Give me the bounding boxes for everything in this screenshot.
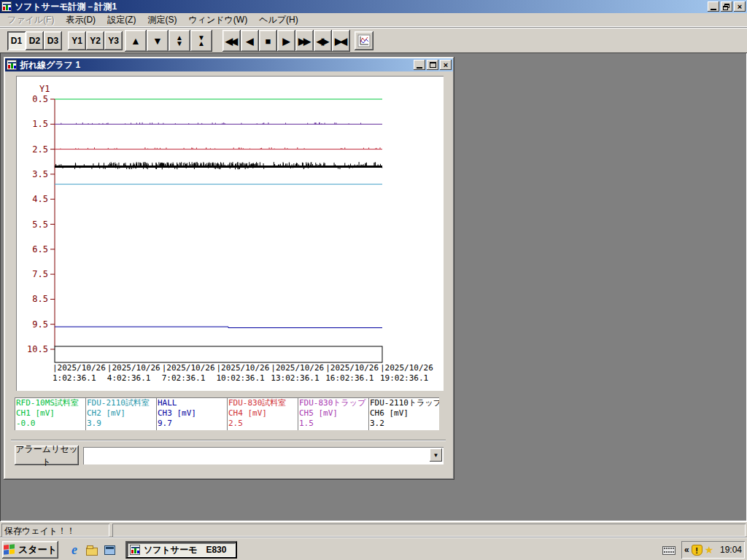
start-button[interactable]: スタート bbox=[2, 541, 58, 559]
mdi-workspace: 折れ線グラフ 1 × Y10.51.52.53.54.55.56.57.58.5… bbox=[0, 52, 747, 521]
toolbar-button-y2[interactable]: Y2 bbox=[86, 31, 104, 50]
toolbar-button-d2[interactable]: D2 bbox=[26, 31, 44, 50]
legend-device: FDU-830トラップ bbox=[299, 398, 367, 408]
toolbar-expand-vertical-icon[interactable]: ▲ ▼ bbox=[169, 30, 190, 52]
stop-icon: ■ bbox=[266, 36, 271, 47]
y-tick-label: 3.5 bbox=[32, 169, 48, 179]
menu-item[interactable]: 設定(Z) bbox=[101, 12, 142, 28]
internet-explorer-icon[interactable]: e bbox=[67, 542, 82, 557]
legend-value: 2.5 bbox=[228, 419, 296, 429]
x-tick-time: 16:02:36.1 bbox=[325, 373, 374, 383]
alarm-reset-button[interactable]: アラームリセット bbox=[15, 446, 79, 465]
menu-item[interactable]: 測定(S) bbox=[142, 12, 182, 28]
toolbar-graph-settings-button[interactable] bbox=[355, 31, 374, 50]
toolbar-stop-icon[interactable]: ■ bbox=[259, 30, 277, 52]
toolbar-go-to-end-icon[interactable]: ▶◀ bbox=[332, 30, 350, 52]
legend-channel: CH1 [mV] bbox=[16, 408, 84, 419]
legend-cell-ch4: FDU-830試料室CH4 [mV]2.5 bbox=[227, 397, 298, 430]
x-tick-date: |2025/10/26 bbox=[271, 363, 324, 373]
status-pane-secondary bbox=[112, 524, 746, 537]
taskbar: スタート e ソフトサーモ E830 « ! ★ 19:04 bbox=[0, 537, 747, 560]
legend-cell-ch6: FDU-2110トラップCH6 [mV]3.2 bbox=[368, 397, 439, 430]
desktop-app-icon[interactable] bbox=[102, 542, 117, 557]
y-tick-label: 2.5 bbox=[32, 144, 48, 155]
legend-device: FDU-2110試料室 bbox=[87, 398, 155, 408]
toolbar-button-y1[interactable]: Y1 bbox=[68, 31, 86, 50]
toolbar-step-left-icon[interactable]: ◀ bbox=[241, 30, 259, 52]
status-message: 保存ウェイト！！ bbox=[1, 524, 109, 537]
menu-bar: ファイル(F)表示(D)設定(Z)測定(S)ウィンドウ(W)ヘルプ(H) bbox=[0, 13, 747, 27]
toolbar-scroll-down-icon[interactable]: ▼ bbox=[147, 30, 169, 52]
toolbar-step-right-icon[interactable]: ▶ bbox=[277, 30, 295, 52]
divider bbox=[11, 440, 446, 441]
y-tick-label: 0.5 bbox=[32, 94, 48, 104]
scroll-up-icon: ▲ bbox=[131, 35, 141, 47]
legend-value: 3.2 bbox=[370, 419, 438, 429]
graph-maximize-button[interactable] bbox=[427, 60, 438, 70]
graph-window-icon bbox=[7, 60, 17, 70]
compress-vertical-icon: ▼ ▲ bbox=[198, 35, 205, 47]
menu-item[interactable]: ヘルプ(H) bbox=[253, 12, 304, 28]
toolbar-fast-forward-icon[interactable]: ▶▶ bbox=[295, 30, 314, 52]
fast-forward-icon: ▶▶ bbox=[298, 36, 309, 47]
restore-button[interactable] bbox=[721, 1, 732, 12]
x-tick-date: |2025/10/26 bbox=[107, 363, 160, 373]
series-ch3 bbox=[55, 327, 382, 327]
security-shield-icon[interactable]: ! bbox=[692, 545, 703, 556]
taskbar-app-button[interactable]: ソフトサーモ E830 bbox=[125, 541, 237, 559]
x-tick-date: |2025/10/26 bbox=[380, 363, 433, 373]
toolbar-expand-horizontal-icon[interactable]: ◀▶ bbox=[314, 30, 332, 52]
x-tick-date: |2025/10/26 bbox=[217, 363, 270, 373]
toolbar-button-d1[interactable]: D1 bbox=[7, 31, 26, 50]
graph-close-button[interactable]: × bbox=[440, 60, 452, 70]
toolbar-fast-rewind-icon[interactable]: ◀◀ bbox=[222, 30, 241, 52]
alarm-combobox[interactable]: ▼ bbox=[83, 447, 444, 464]
legend-channel: CH3 [mV] bbox=[158, 408, 225, 419]
task-label: ソフトサーモ E830 bbox=[144, 544, 226, 556]
toolbar-compress-vertical-icon[interactable]: ▼ ▲ bbox=[190, 30, 212, 52]
graph-minimize-button[interactable] bbox=[414, 60, 425, 70]
x-tick-date: |2025/10/26 bbox=[325, 363, 379, 373]
menu-item[interactable]: 表示(D) bbox=[60, 12, 101, 28]
line-chart: Y10.51.52.53.54.55.56.57.58.59.510.5|202… bbox=[16, 76, 444, 391]
bottom-strip bbox=[55, 346, 382, 362]
legend-channel: CH6 [mV] bbox=[370, 408, 438, 419]
close-button[interactable]: × bbox=[734, 1, 746, 12]
combobox-dropdown-button[interactable]: ▼ bbox=[430, 448, 442, 462]
toolbar-scroll-up-icon[interactable]: ▲ bbox=[125, 30, 147, 52]
menu-item[interactable]: ウィンドウ(W) bbox=[182, 12, 253, 28]
go-to-end-icon: ▶◀ bbox=[335, 36, 345, 47]
toolbar-button-y3[interactable]: Y3 bbox=[104, 31, 123, 50]
graph-window-titlebar[interactable]: 折れ線グラフ 1 × bbox=[5, 58, 453, 71]
restore-icon bbox=[723, 4, 730, 10]
legend-device: RFD-10MS試料室 bbox=[16, 398, 84, 408]
y-axis-label: Y1 bbox=[39, 84, 50, 94]
graph-icon bbox=[357, 34, 371, 47]
star-icon[interactable]: ★ bbox=[705, 544, 714, 556]
close-icon: × bbox=[444, 61, 448, 69]
y-tick-label: 10.5 bbox=[27, 344, 48, 354]
x-tick-time: 10:02:36.1 bbox=[217, 373, 265, 383]
legend-cell-ch2: FDU-2110試料室CH2 [mV]3.9 bbox=[85, 397, 156, 430]
legend-cell-ch3: HALLCH3 [mV]9.7 bbox=[156, 397, 227, 430]
fast-rewind-icon: ◀◀ bbox=[225, 36, 236, 47]
toolbar-button-d3[interactable]: D3 bbox=[44, 31, 62, 50]
window-title: ソフトサーモ計測－計測1 bbox=[15, 1, 706, 13]
chart-panel: Y10.51.52.53.54.55.56.57.58.59.510.5|202… bbox=[16, 76, 444, 391]
step-left-icon: ◀ bbox=[247, 36, 254, 47]
legend-device: FDU-2110トラップ bbox=[370, 398, 438, 408]
minimize-button[interactable] bbox=[708, 1, 719, 12]
legend-device: HALL bbox=[158, 398, 225, 408]
legend-value: 1.5 bbox=[299, 419, 367, 429]
keyboard-icon[interactable] bbox=[662, 546, 676, 555]
status-bar: 保存ウェイト！！ bbox=[0, 521, 747, 537]
legend-value: 9.7 bbox=[158, 419, 225, 429]
legend-channel: CH2 [mV] bbox=[87, 408, 155, 419]
channel-legend: RFD-10MS試料室CH1 [mV]-0.0FDU-2110試料室CH2 [m… bbox=[15, 397, 439, 430]
legend-value: 3.9 bbox=[87, 419, 155, 429]
folder-icon[interactable] bbox=[85, 542, 99, 557]
x-tick-time: 19:02:36.1 bbox=[380, 373, 428, 383]
tray-chevrons[interactable]: « bbox=[684, 545, 689, 555]
maximize-icon bbox=[430, 62, 436, 68]
windows-logo-icon bbox=[4, 544, 15, 556]
